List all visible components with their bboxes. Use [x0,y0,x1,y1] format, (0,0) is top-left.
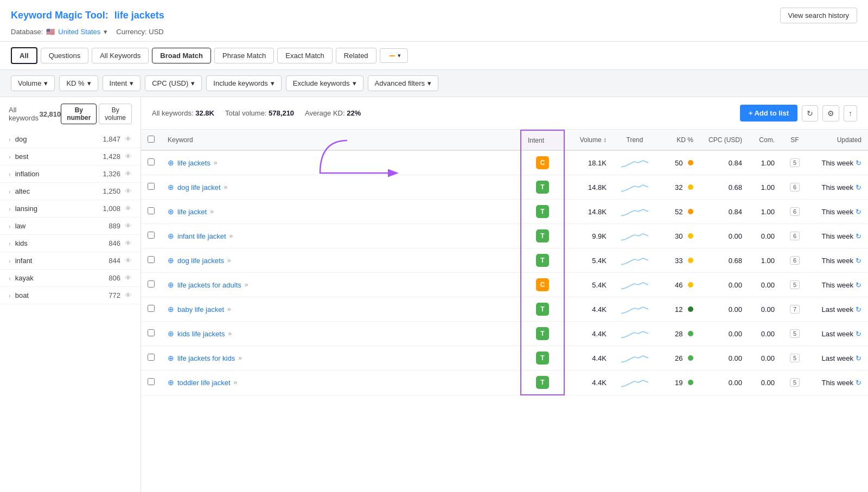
settings-button[interactable]: ⚙ [822,105,839,122]
add-keyword-icon[interactable]: ⊕ [168,305,174,314]
tab-related[interactable]: Related [336,48,376,63]
row-checkbox[interactable] [148,207,155,214]
refresh-row-icon[interactable]: ↻ [856,232,861,240]
refresh-row-icon[interactable]: ↻ [856,354,861,362]
eye-icon[interactable]: 👁 [125,222,132,230]
sidebar-item[interactable]: › lansing 1,008 👁 [0,200,141,218]
intent-badge: C [536,156,549,169]
chevron-icon[interactable]: ▾ [104,28,107,36]
keyword-link[interactable]: dog life jacket [177,183,221,191]
sf-value[interactable]: 5 [790,158,800,167]
keyword-link[interactable]: toddler life jacket [177,379,231,387]
add-keyword-icon[interactable]: ⊕ [168,256,174,265]
add-keyword-icon[interactable]: ⊕ [168,280,174,289]
tab-broad-match[interactable]: Broad Match [152,48,211,63]
export-button[interactable]: ↑ [844,105,857,122]
refresh-row-icon[interactable]: ↻ [856,305,861,314]
add-to-list-button[interactable]: + Add to list [740,105,797,122]
eye-icon[interactable]: 👁 [125,170,132,178]
kd-filter[interactable]: KD % ▾ [59,75,98,91]
sort-by-volume-button[interactable]: By volume [99,104,132,124]
add-keyword-icon[interactable]: ⊕ [168,183,174,191]
add-keyword-icon[interactable]: ⊕ [168,232,174,240]
refresh-row-icon[interactable]: ↻ [856,208,861,216]
languages-button[interactable]: ▾ [380,48,408,63]
sf-value[interactable]: 5 [790,280,800,289]
sidebar-item[interactable]: › kids 846 👁 [0,235,141,252]
row-checkbox[interactable] [148,256,155,263]
advanced-filters-button[interactable]: Advanced filters ▾ [368,75,439,91]
sf-value[interactable]: 5 [790,329,800,338]
view-history-button[interactable]: View search history [780,8,857,23]
eye-icon[interactable]: 👁 [125,135,132,143]
tab-exact-match[interactable]: Exact Match [277,48,333,63]
exclude-keywords-filter[interactable]: Exclude keywords ▾ [286,75,363,91]
row-checkbox[interactable] [148,305,155,312]
keyword-link[interactable]: life jackets [177,159,210,167]
refresh-row-icon[interactable]: ↻ [856,281,861,289]
keyword-link[interactable]: kids life jackets [177,330,225,338]
eye-icon[interactable]: 👁 [125,239,132,247]
eye-icon[interactable]: 👁 [125,152,132,161]
sidebar-item[interactable]: › law 889 👁 [0,218,141,235]
refresh-row-icon[interactable]: ↻ [856,183,861,191]
row-checkbox[interactable] [148,280,155,287]
keyword-link[interactable]: infant life jacket [177,232,226,240]
sidebar-item[interactable]: › infant 844 👁 [0,252,141,270]
keyword-arrow-icon: » [234,379,238,386]
add-keyword-icon[interactable]: ⊕ [168,158,174,167]
tab-all-keywords[interactable]: All Keywords [92,48,149,63]
sidebar-item[interactable]: › dog 1,847 👁 [0,131,141,148]
refresh-button[interactable]: ↻ [802,105,818,122]
keyword-link[interactable]: life jackets for adults [177,281,241,289]
row-checkbox[interactable] [148,354,155,361]
keyword-link[interactable]: life jacket [177,208,207,216]
keyword-link[interactable]: dog life jackets [177,257,224,265]
add-keyword-icon[interactable]: ⊕ [168,354,174,362]
sf-value[interactable]: 6 [790,232,800,240]
sf-value[interactable]: 7 [790,305,800,314]
volume-column-header[interactable]: Volume ↕ [564,130,613,150]
eye-icon[interactable]: 👁 [125,257,132,265]
select-all-checkbox[interactable] [148,136,155,143]
tab-questions[interactable]: Questions [41,48,89,63]
sidebar-item[interactable]: › inflation 1,326 👁 [0,165,141,183]
row-checkbox[interactable] [148,329,155,336]
com-cell: 0.00 [749,322,781,346]
eye-icon[interactable]: 👁 [125,187,132,195]
tab-all[interactable]: All [11,47,37,64]
volume-filter[interactable]: Volume ▾ [11,75,55,91]
row-checkbox[interactable] [148,158,155,165]
row-checkbox[interactable] [148,378,155,385]
add-keyword-icon[interactable]: ⊕ [168,207,174,216]
sf-value[interactable]: 5 [790,354,800,362]
eye-icon[interactable]: 👁 [125,291,132,299]
include-keywords-filter[interactable]: Include keywords ▾ [206,75,281,91]
sidebar-item[interactable]: › boat 772 👁 [0,287,141,304]
sf-value[interactable]: 5 [790,378,800,387]
eye-icon[interactable]: 👁 [125,274,132,282]
add-keyword-icon[interactable]: ⊕ [168,329,174,338]
keyword-link[interactable]: baby life jacket [177,305,224,314]
sf-value[interactable]: 6 [790,256,800,265]
keyword-link[interactable]: life jackets for kids [177,354,235,362]
row-checkbox[interactable] [148,183,155,190]
sidebar-item[interactable]: › kayak 806 👁 [0,270,141,287]
row-checkbox[interactable] [148,232,155,239]
sort-by-number-button[interactable]: By number [61,104,97,124]
refresh-row-icon[interactable]: ↻ [856,330,861,338]
sidebar-item[interactable]: › best 1,428 👁 [0,148,141,165]
cpc-filter[interactable]: CPC (USD) ▾ [145,75,202,91]
sidebar-item[interactable]: › altec 1,250 👁 [0,183,141,200]
row-checkbox-cell [141,370,161,395]
add-keyword-icon[interactable]: ⊕ [168,378,174,387]
intent-filter[interactable]: Intent ▾ [103,75,141,91]
sf-value[interactable]: 6 [790,183,800,191]
refresh-row-icon[interactable]: ↻ [856,257,861,265]
sf-value[interactable]: 6 [790,207,800,216]
tab-phrase-match[interactable]: Phrase Match [214,48,274,63]
refresh-row-icon[interactable]: ↻ [856,159,861,167]
country-link[interactable]: United States [58,28,100,36]
eye-icon[interactable]: 👁 [125,205,132,213]
refresh-row-icon[interactable]: ↻ [856,379,861,387]
